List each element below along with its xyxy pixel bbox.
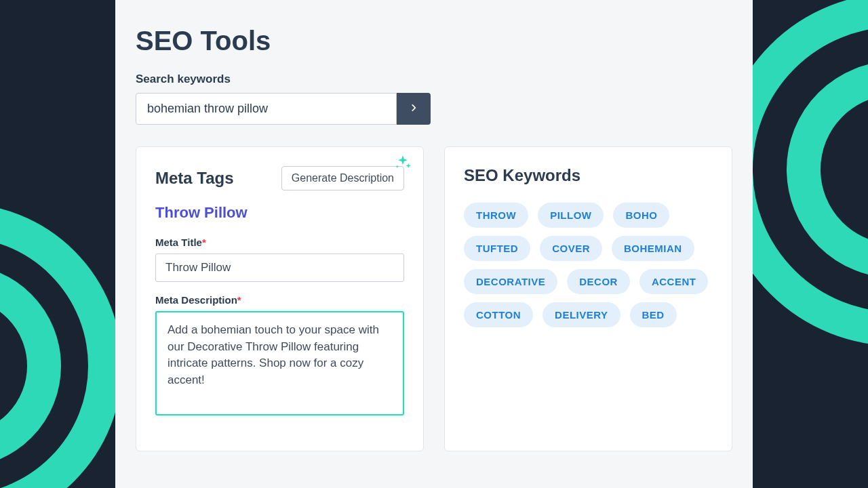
seo-keywords-card: SEO Keywords THROWPILLOWBOHOTUFTEDCOVERB… <box>444 146 732 451</box>
meta-tags-title: Meta Tags <box>155 169 234 188</box>
keyword-chip[interactable]: DELIVERY <box>542 302 620 327</box>
meta-description-label: Meta Description* <box>155 294 404 306</box>
keyword-chip[interactable]: TUFTED <box>464 236 530 261</box>
keyword-chip[interactable]: DECOR <box>567 269 630 294</box>
keyword-chip[interactable]: BOHEMIAN <box>612 236 694 261</box>
required-mark: * <box>237 294 241 306</box>
bg-arc <box>0 264 61 468</box>
meta-title-label: Meta Title* <box>155 237 404 248</box>
meta-tags-header: Meta Tags Generate Description <box>155 166 404 190</box>
keyword-chip[interactable]: BOHO <box>613 203 669 228</box>
keyword-chip[interactable]: COVER <box>540 236 602 261</box>
chevron-right-icon <box>409 100 418 117</box>
keyword-chip[interactable]: PILLOW <box>538 203 604 228</box>
search-submit-button[interactable] <box>397 93 431 125</box>
required-mark: * <box>202 237 206 248</box>
meta-description-textarea[interactable] <box>155 311 404 415</box>
keyword-chip[interactable]: DECORATIVE <box>464 269 557 294</box>
keyword-chip-list: THROWPILLOWBOHOTUFTEDCOVERBOHEMIANDECORA… <box>464 203 713 327</box>
meta-description-label-text: Meta Description <box>155 294 237 306</box>
search-row <box>136 93 431 125</box>
meta-title-label-text: Meta Title <box>155 237 202 248</box>
page-title: SEO Tools <box>136 26 732 56</box>
seo-keywords-title: SEO Keywords <box>464 166 713 185</box>
meta-title-input[interactable] <box>155 253 404 282</box>
meta-tags-card: Meta Tags Generate Description Throw Pil… <box>136 146 424 451</box>
keyword-chip[interactable]: ACCENT <box>639 269 709 294</box>
sparkle-icon <box>393 154 412 176</box>
search-keywords-label: Search keywords <box>136 73 732 86</box>
seo-tools-panel: SEO Tools Search keywords Meta Tags <box>115 0 753 488</box>
bg-arc <box>0 203 122 488</box>
bg-arc <box>787 61 868 278</box>
keyword-chip[interactable]: THROW <box>464 203 528 228</box>
keyword-chip[interactable]: BED <box>630 302 677 327</box>
generate-description-wrap: Generate Description <box>281 166 404 190</box>
search-keywords-input[interactable] <box>136 93 397 125</box>
keyword-chip[interactable]: COTTON <box>464 302 533 327</box>
product-title: Throw Pillow <box>155 204 404 222</box>
generate-description-button[interactable]: Generate Description <box>281 166 404 190</box>
cards-row: Meta Tags Generate Description Throw Pil… <box>136 146 732 451</box>
